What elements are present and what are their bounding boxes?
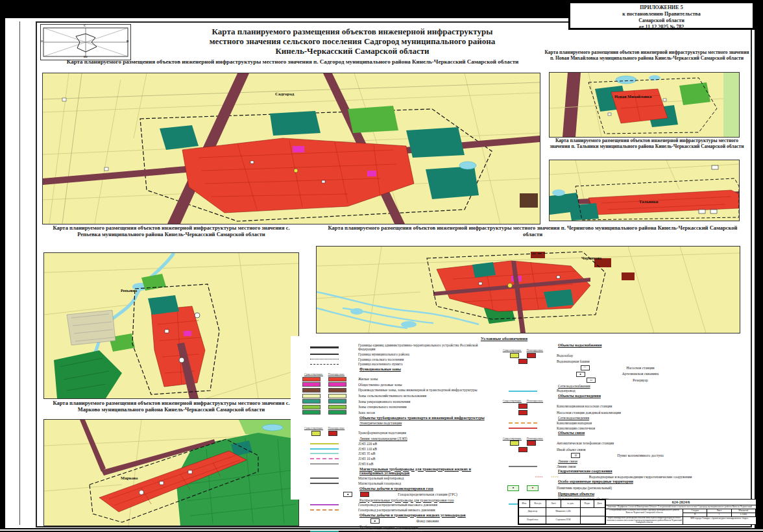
annex-line3: Самарской области [570, 18, 753, 24]
panel-title-sadgorod: Карта планируемого размещения объектов и… [45, 58, 540, 65]
legend-symbol [489, 404, 557, 409]
legend-item-text: Трансформаторная подстанция [358, 431, 406, 435]
legend-item: ▲Фонд скважин [291, 518, 489, 524]
legend-symbol: ● [547, 372, 614, 377]
legend-item: Газопровод распределительный высокого да… [291, 503, 489, 507]
panel-title-novaya-mikhaylovka: Карта планируемого размещения объектов и… [542, 49, 751, 61]
legend-header-text: Сети водоснабжения [558, 384, 590, 388]
colhead-planned: Планируемые [527, 348, 543, 352]
panel-title-talniki: Карта планируемого размещения объектов и… [546, 138, 748, 149]
legend-symbol [291, 394, 358, 398]
legend-symbol [489, 391, 557, 392]
legend-item-text: Фонд скважин [417, 519, 439, 523]
legend-symbol [489, 410, 557, 415]
legend-item: Зона лесов [291, 410, 489, 415]
colhead-existing: Существующие [304, 372, 323, 376]
legend-item: ▭Резервуар [489, 378, 716, 383]
legend-item: ◎Пункт коллективного доступа [489, 453, 716, 458]
legend-item: Зоны специального назначения [291, 405, 489, 409]
main-title-line1: Карта планируемого размещения объектов и… [125, 27, 579, 37]
wind-rose-icon: С Ю З В [40, 24, 131, 60]
zone-swatch-existing [302, 399, 321, 404]
binding-margin-line [19, 21, 20, 525]
legend-section-header: Объекты добычи и транспортировки газа [291, 487, 489, 491]
legend-item-text: Насосная станция дождевой канализации [557, 411, 621, 415]
legend-item: ЛЭП 6 кВ [291, 462, 489, 466]
map-talniki-drawing [550, 160, 739, 221]
access-point-icon: ◎ [571, 453, 580, 458]
company-name: МП города Самары «Архитектурно-планирово… [683, 517, 756, 524]
legend-symbol [291, 509, 358, 511]
line-symbol [310, 504, 339, 505]
line-symbol [509, 422, 537, 424]
annex-line2: к постановлению Правительства [570, 11, 753, 18]
doc-title: Генеральный план сельского поселения Сад… [606, 509, 683, 516]
legend-symbol [291, 359, 358, 359]
main-title: Карта планируемого размещения объектов и… [125, 27, 579, 56]
legend-header-text: Объекты связи [558, 431, 585, 435]
legend-symbol: ●● [489, 485, 557, 491]
legend-symbol [291, 405, 358, 409]
legend-header-text: Объекты водоотведения [558, 394, 601, 398]
stage-sheet-scale: Стадия Лист Масштаб П 1 1:5000 [683, 509, 756, 516]
legend-header-text: Гидротехнические сооружения [558, 469, 612, 474]
legend-item: ◠Насосная станция [489, 365, 716, 370]
legend-header-text: Объекты добычи и транспортировки жидких … [359, 513, 466, 518]
compass-west-label: З [41, 40, 43, 43]
legend-item: Трансформаторная подстанция [291, 431, 489, 436]
signature-column-header: № док. [561, 500, 580, 508]
legend-item: Границы единиц административно-территори… [291, 343, 489, 351]
legend-symbol: ◎ [542, 453, 609, 458]
panel-title-markovo: Карта планируемого размещения объектов и… [49, 400, 294, 413]
legend-left-column: Границы единиц административно-территори… [291, 343, 489, 532]
main-title-line2: местного значения сельского поселения Са… [125, 37, 579, 47]
legend-column-headers: СуществующиеПланируемые [291, 426, 489, 429]
tp-planned-icon [328, 431, 337, 436]
legend-item-text: ЛЭП 110 кВ [358, 447, 377, 451]
legend-item-text: Граница сельского поселения [358, 357, 404, 361]
legend-item-text: Газораспределительная станция (ГРС) [398, 492, 457, 496]
vz-planned-icon [527, 353, 536, 358]
legend-symbol [489, 466, 557, 467]
legend-section-header: Особо охраняемые природные территории [489, 479, 716, 484]
legend-symbol [291, 354, 358, 355]
map-repyevka: Репьевка [43, 252, 299, 399]
object-box-symbol [518, 410, 527, 415]
settlement-label: Марково [121, 476, 138, 480]
legend-header-text: Функциональные зоны [359, 367, 401, 372]
legend-item: Автоматическая телефонная станция [489, 441, 716, 446]
legend-symbol [489, 428, 557, 429]
line-symbol [509, 428, 537, 429]
colhead-planned: Планируемые [527, 437, 543, 440]
zone-swatch-existing [302, 405, 321, 409]
legend-item-text: Иной объект связи [557, 448, 585, 452]
legend-symbol: ◠ [551, 365, 619, 370]
zone-swatch-existing [302, 410, 321, 415]
panel-title-chernigovo: Карта планируемого размещения объектов и… [318, 224, 747, 237]
legend-item-text: Границы единиц административно-территори… [358, 343, 489, 351]
legend-header-text: Трубопроводы жидких углеводородов [359, 525, 418, 529]
legend-section-header: Объекты связи [489, 431, 716, 435]
line-symbol [509, 391, 537, 392]
map-markovo: Марково [43, 419, 299, 526]
legend-item-text: Магистральный газопровод [358, 481, 401, 485]
legend-item-text: Линия связи [557, 465, 576, 468]
legend-item: ЛЭП 110 кВ [291, 447, 489, 451]
legend-item: ЛЭП 220 кВ [291, 442, 489, 446]
legend-item: Жилые зоны [291, 377, 489, 381]
object-box-symbol [518, 447, 527, 452]
legend-header-text: Распределительные трубопроводы для транс… [359, 498, 454, 502]
signature-role: Разработал [519, 516, 546, 524]
signature-column-header: Кол.уч. [530, 500, 546, 508]
tp-existing-icon [311, 431, 321, 436]
signature-column-header: Подп. [581, 500, 594, 508]
legend-symbol [291, 346, 358, 348]
signatures-table: Изм.Кол.уч.Лист№ док.Подп.ДатаДиректорМи… [518, 500, 605, 524]
legend-item-text: ЛЭП 35 кВ [358, 452, 375, 455]
compass-north-label: С [84, 24, 86, 27]
signature-name: Мишанин А.Ю. [546, 508, 581, 516]
legend-item-text: Канализационная насосная станция [557, 404, 612, 408]
ats-existing-icon [510, 441, 519, 446]
reservoir-icon: ▭ [587, 378, 596, 383]
legend-symbol [291, 453, 358, 454]
